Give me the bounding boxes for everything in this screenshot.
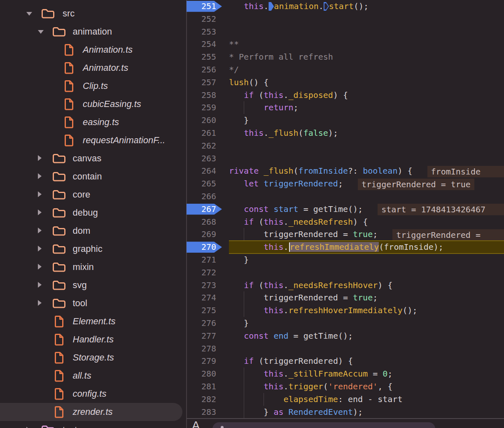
line-number[interactable]: 268 — [187, 216, 216, 228]
code-line-content[interactable]: let triggerRendered;triggerRendered = tr… — [229, 177, 504, 190]
line-number[interactable]: 277 — [187, 330, 216, 342]
code-line-274[interactable]: 274 triggerRendered = true; — [187, 291, 504, 304]
code-line-content[interactable]: const end = getTime(); — [229, 330, 504, 342]
line-number[interactable]: 260 — [187, 114, 216, 127]
chevron-right-icon[interactable] — [38, 228, 42, 233]
code-line-265[interactable]: 265 let triggerRendered;triggerRendered … — [187, 177, 504, 190]
line-number[interactable]: 261 — [187, 127, 216, 140]
line-number[interactable]: 278 — [187, 342, 216, 355]
code-line-283[interactable]: 283 } as RenderedEvent); — [187, 406, 504, 419]
tree-item-svg[interactable]: svg — [0, 276, 186, 294]
tree-item-src[interactable]: src — [0, 5, 186, 23]
code-line-content[interactable]: } as RenderedEvent); — [229, 406, 504, 419]
code-line-264[interactable]: 264rivate _flush(fromInside?: boolean) {… — [187, 165, 504, 177]
code-line-261[interactable]: 261 this._flush(false); — [187, 127, 504, 140]
line-number[interactable]: 273 — [187, 279, 216, 292]
inline-breakpoint-icon[interactable] — [324, 2, 329, 11]
code-line-271[interactable]: 271 } — [187, 254, 504, 266]
chevron-right-icon[interactable] — [38, 282, 42, 288]
debug-popup[interactable] — [212, 422, 435, 428]
tree-item-animation-ts[interactable]: Animation.ts — [0, 41, 186, 59]
line-number[interactable]: 251 — [187, 0, 216, 13]
tree-item-contain[interactable]: contain — [0, 167, 186, 186]
chevron-right-icon[interactable] — [38, 173, 42, 179]
code-line-content[interactable] — [229, 190, 504, 203]
code-line-content[interactable]: this.trigger('rendered', { — [229, 380, 504, 393]
tree-item-graphic[interactable]: graphic — [0, 240, 186, 258]
code-line-content[interactable]: elapsedTime: end - start — [229, 393, 504, 406]
code-line-279[interactable]: 279 if (triggerRendered) { — [187, 355, 504, 368]
code-line-content[interactable]: ** — [229, 38, 504, 51]
code-line-content[interactable] — [229, 266, 504, 279]
line-number[interactable]: 270 — [187, 241, 216, 254]
code-line-256[interactable]: 256*/ — [187, 63, 504, 76]
chevron-right-icon[interactable] — [38, 246, 42, 251]
tree-item-handler-ts[interactable]: Handler.ts — [0, 330, 186, 349]
line-number[interactable]: 282 — [187, 393, 216, 406]
line-number[interactable]: 258 — [187, 89, 216, 102]
chevron-down-icon[interactable] — [26, 12, 32, 16]
tree-item-animation[interactable]: animation — [0, 23, 186, 41]
code-line-content[interactable]: if (this._disposed) { — [229, 89, 504, 102]
line-number[interactable]: 276 — [187, 317, 216, 330]
line-number[interactable]: 271 — [187, 254, 216, 266]
line-number[interactable]: 252 — [187, 13, 216, 26]
code-line-content[interactable] — [229, 13, 504, 26]
code-line-content[interactable]: } — [229, 254, 504, 266]
line-number[interactable]: 254 — [187, 38, 216, 51]
tree-item-zrender-ts[interactable]: zrender.ts — [0, 403, 186, 421]
chevron-right-icon[interactable] — [38, 264, 42, 270]
code-line-content[interactable]: this.refreshHoverImmediately(); — [229, 304, 504, 317]
line-number[interactable]: 265 — [187, 177, 216, 190]
tree-item-tool[interactable]: tool — [0, 294, 186, 312]
tree-item-storage-ts[interactable]: Storage.ts — [0, 349, 186, 367]
code-line-259[interactable]: 259 return; — [187, 101, 504, 114]
chevron-right-icon[interactable] — [38, 209, 42, 215]
code-line-262[interactable]: 262 — [187, 140, 504, 152]
code-line-content[interactable]: return; — [229, 101, 504, 114]
line-number[interactable]: 263 — [187, 152, 216, 165]
tree-item-mixin[interactable]: mixin — [0, 258, 186, 276]
code-line-254[interactable]: 254** — [187, 38, 504, 51]
code-line-258[interactable]: 258 if (this._disposed) { — [187, 89, 504, 102]
line-number[interactable]: 253 — [187, 26, 216, 38]
code-line-269[interactable]: 269 triggerRendered = true;triggerRender… — [187, 228, 504, 241]
line-number[interactable]: 275 — [187, 304, 216, 317]
line-number[interactable]: 257 — [187, 76, 216, 89]
code-line-275[interactable]: 275 this.refreshHoverImmediately(); — [187, 304, 504, 317]
code-line-content[interactable]: this.refreshImmediately(fromInside); — [229, 240, 504, 254]
tree-item-cubiceasing-ts[interactable]: cubicEasing.ts — [0, 95, 186, 113]
code-line-content[interactable]: } — [229, 114, 504, 127]
line-number[interactable]: 255 — [187, 51, 216, 63]
tree-item-requestanimationf[interactable]: requestAnimationF... — [0, 131, 186, 149]
code-line-277[interactable]: 277 const end = getTime(); — [187, 330, 504, 342]
chevron-down-icon[interactable] — [38, 30, 44, 34]
code-line-content[interactable]: this._flush(false); — [229, 127, 504, 140]
tree-item-core[interactable]: core — [0, 186, 186, 204]
code-line-content[interactable] — [229, 26, 504, 38]
line-number[interactable]: 272 — [187, 266, 216, 279]
code-line-content[interactable]: * Perform all refresh — [229, 51, 504, 63]
line-number[interactable]: 269 — [187, 228, 216, 241]
code-line-content[interactable]: lush() { — [229, 76, 504, 89]
code-line-253[interactable]: 253 — [187, 26, 504, 38]
line-number[interactable]: 281 — [187, 380, 216, 393]
line-number[interactable]: 262 — [187, 140, 216, 152]
code-line-260[interactable]: 260 } — [187, 114, 504, 127]
code-line-272[interactable]: 272 — [187, 266, 504, 279]
line-number[interactable]: 274 — [187, 291, 216, 304]
code-line-content[interactable]: triggerRendered = true; — [229, 291, 504, 304]
code-line-content[interactable]: */ — [229, 63, 504, 76]
code-line-252[interactable]: 252 — [187, 13, 504, 26]
code-line-278[interactable]: 278 — [187, 342, 504, 355]
chevron-right-icon[interactable] — [38, 155, 42, 161]
code-line-257[interactable]: 257lush() { — [187, 76, 504, 89]
line-number[interactable]: 256 — [187, 63, 216, 76]
tree-item-test[interactable]: test — [0, 421, 186, 428]
tree-item-element-ts[interactable]: Element.ts — [0, 312, 186, 330]
tree-item-clip-ts[interactable]: Clip.ts — [0, 77, 186, 95]
code-line-content[interactable] — [229, 152, 504, 165]
code-line-content[interactable]: if (this._needsRefreshHover) { — [229, 279, 504, 292]
chevron-right-icon[interactable] — [38, 300, 42, 306]
code-line-251[interactable]: 251 this.animation.start(); — [187, 0, 504, 13]
